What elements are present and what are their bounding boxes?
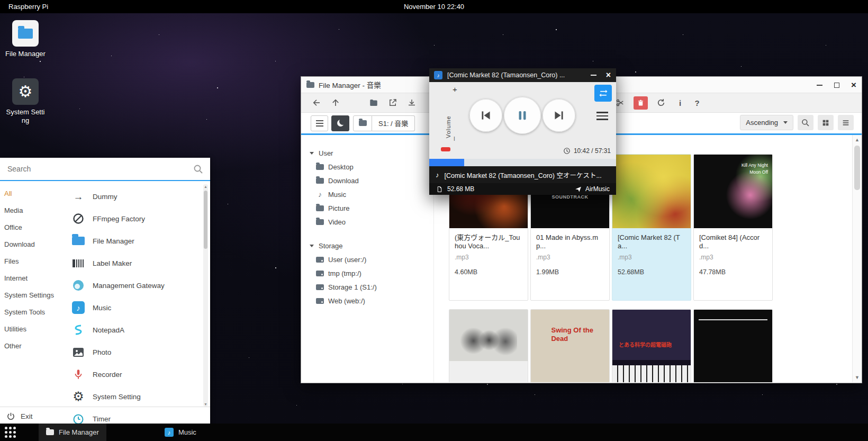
repeat-button[interactable] bbox=[594, 85, 612, 102]
up-button[interactable] bbox=[328, 95, 343, 110]
close-button[interactable]: × bbox=[606, 71, 611, 79]
volume-slider-handle[interactable] bbox=[441, 147, 450, 151]
file-name: (東方ヴォーカル_Touhou Voca... bbox=[449, 228, 528, 251]
sidebar-item-user-drive[interactable]: User (user:/) bbox=[301, 253, 433, 266]
sidebar-item-download[interactable]: Download bbox=[301, 174, 433, 187]
file-card[interactable]: とある科学の超電磁砲 bbox=[612, 309, 691, 382]
tree-section-user[interactable]: User bbox=[301, 146, 433, 160]
desktop-icon-file-manager[interactable]: File Manager bbox=[2, 20, 49, 58]
category-all[interactable]: All bbox=[0, 185, 61, 202]
menu-button[interactable] bbox=[311, 115, 328, 131]
sidebar-item-video[interactable]: Video bbox=[301, 215, 433, 229]
maximize-button[interactable] bbox=[834, 83, 839, 88]
now-playing-bar: ♪ [Comic Market 82 (Tamaonsen_Coro) 空オーケ… bbox=[429, 166, 616, 183]
item-label: Download bbox=[328, 177, 359, 185]
previous-track-button[interactable] bbox=[469, 99, 502, 132]
player-menu-button[interactable] bbox=[596, 112, 608, 120]
help-button[interactable]: ? bbox=[691, 98, 703, 107]
system-setting-icon: ⚙ bbox=[12, 78, 39, 105]
app-label: Management Gateway bbox=[93, 282, 165, 290]
category-download[interactable]: Download bbox=[0, 236, 61, 253]
desktop-icon-label: System Setting bbox=[5, 108, 46, 125]
window-title: File Manager - 音樂 bbox=[319, 79, 381, 90]
file-card-selected[interactable]: [Comic Market 82 (Ta... .mp3 52.68MB bbox=[612, 154, 691, 301]
scrollbar-thumb[interactable] bbox=[854, 146, 860, 190]
category-files[interactable]: Files bbox=[0, 253, 61, 270]
app-item-photo[interactable]: Photo bbox=[61, 341, 203, 363]
exit-button[interactable]: Exit bbox=[6, 409, 33, 424]
file-card[interactable]: Kill Any Night Moon Off [Comiket 84] (Ac… bbox=[693, 154, 773, 301]
search-button[interactable] bbox=[798, 115, 813, 130]
category-system-tools[interactable]: System Tools bbox=[0, 304, 61, 321]
app-label: Music bbox=[93, 304, 111, 312]
app-item-system-setting[interactable]: ⚙ System Setting bbox=[61, 385, 203, 408]
sidebar-item-desktop[interactable]: Desktop bbox=[301, 160, 433, 174]
category-office[interactable]: Office bbox=[0, 219, 61, 236]
open-external-button[interactable] bbox=[385, 95, 401, 110]
pause-icon bbox=[516, 109, 529, 122]
tree-section-storage[interactable]: Storage bbox=[301, 239, 433, 253]
category-media[interactable]: Media bbox=[0, 202, 61, 219]
refresh-button[interactable] bbox=[653, 95, 669, 110]
back-button[interactable] bbox=[309, 95, 324, 110]
search-input[interactable] bbox=[0, 165, 210, 173]
seek-bar[interactable] bbox=[429, 159, 616, 166]
previous-icon bbox=[479, 109, 493, 122]
desktop-icon-system-setting[interactable]: ⚙ System Setting bbox=[2, 78, 49, 125]
category-other[interactable]: Other bbox=[0, 338, 61, 355]
file-grid-scrollbar[interactable]: ▲ ▼ bbox=[852, 135, 862, 382]
section-label: Storage bbox=[319, 242, 343, 250]
barcode-icon bbox=[71, 256, 85, 270]
close-button[interactable]: × bbox=[851, 80, 856, 89]
volume-up-button[interactable]: + bbox=[453, 85, 457, 94]
time-value: 10:42 / 57:31 bbox=[574, 147, 611, 155]
next-track-button[interactable] bbox=[542, 99, 575, 132]
breadcrumb-path[interactable]: S1: / 音樂 bbox=[372, 115, 415, 131]
app-item-music[interactable]: ♪ Music bbox=[61, 296, 203, 319]
app-label: System Setting bbox=[93, 393, 141, 401]
sidebar-item-web-drive[interactable]: Web (web:/) bbox=[301, 294, 433, 308]
category-system-settings[interactable]: System Settings bbox=[0, 287, 61, 304]
sort-dropdown[interactable]: Ascending bbox=[740, 115, 793, 130]
file-card[interactable] bbox=[449, 309, 528, 382]
app-item-recorder[interactable]: Recorder bbox=[61, 363, 203, 385]
app-item-file-manager[interactable]: File Manager bbox=[61, 230, 203, 252]
app-item-dummy[interactable]: → Dummy bbox=[61, 185, 203, 208]
theme-toggle-button[interactable] bbox=[331, 115, 349, 131]
file-card[interactable]: Swing Of the Dead bbox=[530, 309, 610, 382]
sidebar-item-picture[interactable]: Picture bbox=[301, 201, 433, 215]
file-card[interactable] bbox=[693, 309, 773, 382]
open-folder-button[interactable] bbox=[366, 95, 382, 110]
scroll-up-icon[interactable]: ▲ bbox=[853, 137, 862, 142]
list-view-button[interactable] bbox=[838, 115, 854, 130]
scroll-down-icon[interactable]: ▼ bbox=[203, 402, 208, 406]
scroll-up-icon[interactable]: ▲ bbox=[203, 185, 208, 188]
breadcrumb-root-button[interactable] bbox=[353, 115, 372, 131]
pause-button[interactable] bbox=[504, 97, 541, 134]
app-label: Recorder bbox=[93, 371, 122, 379]
download-button[interactable] bbox=[404, 95, 420, 110]
track-title: [Comic Market 82 (Tamaonsen_Coro) 空オーケスト… bbox=[445, 170, 609, 180]
app-launcher-button[interactable] bbox=[5, 427, 16, 438]
minimize-button[interactable] bbox=[591, 75, 596, 76]
app-item-label-maker[interactable]: Label Maker bbox=[61, 252, 203, 274]
app-item-notepada[interactable]: NotepadA bbox=[61, 319, 203, 341]
info-button[interactable]: i bbox=[674, 98, 686, 107]
scrollbar-thumb[interactable] bbox=[204, 191, 207, 249]
delete-button[interactable] bbox=[634, 96, 648, 110]
sidebar-item-storage1-drive[interactable]: Storage 1 (S1:/) bbox=[301, 280, 433, 294]
music-player-titlebar[interactable]: ♪ [Comic Market 82 (Tamaonsen_Coro) ... … bbox=[429, 68, 616, 82]
app-list-scrollbar[interactable]: ▲ ▼ bbox=[203, 184, 208, 407]
app-item-ffmpeg-factory[interactable]: FFmpeg Factory bbox=[61, 208, 203, 230]
scroll-down-icon[interactable]: ▼ bbox=[853, 375, 862, 380]
taskbar-item-music[interactable]: ♪ Music bbox=[157, 424, 204, 441]
category-utilities[interactable]: Utilities bbox=[0, 321, 61, 338]
taskbar-item-file-manager[interactable]: File Manager bbox=[39, 424, 106, 441]
category-internet[interactable]: Internet bbox=[0, 270, 61, 287]
grid-view-button[interactable] bbox=[818, 115, 834, 130]
sidebar-item-tmp-drive[interactable]: tmp (tmp:/) bbox=[301, 266, 433, 280]
app-item-timer[interactable]: Timer bbox=[61, 408, 203, 424]
app-item-management-gateway[interactable]: Management Gateway bbox=[61, 274, 203, 296]
sidebar-item-music[interactable]: ♪Music bbox=[301, 187, 433, 201]
minimize-button[interactable] bbox=[817, 85, 822, 86]
